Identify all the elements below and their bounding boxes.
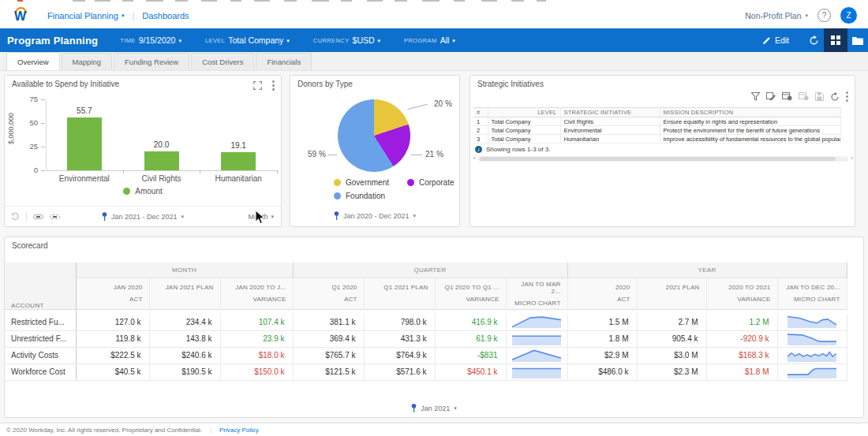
column-header[interactable]: JAN TO DEC 20...MICRO CHART [777,278,847,309]
column-header[interactable]: JAN TO MAR 2...MICRO CHART [506,278,567,309]
breadcrumb-dashboards[interactable]: Dashboards [142,11,189,20]
scrollbar-thumb[interactable] [480,157,836,161]
time-filter[interactable]: TIME 9/15/2020 ▾ [120,35,181,45]
account-label: Unrestricted F... [5,330,76,347]
column-header[interactable]: JAN 2021 PLAN [149,278,220,309]
bar-humanitarian[interactable] [221,152,256,170]
chevron-down-icon: ▾ [122,13,125,18]
group-header: QUARTER [293,263,567,278]
dashboards-grid-button[interactable] [824,28,847,52]
column-header[interactable]: # [473,108,488,117]
fullscreen-icon[interactable] [253,81,262,90]
column-header[interactable]: 2020ACT [567,278,637,309]
grid-icon [831,35,840,45]
value-cell: 369.4 k [293,330,364,347]
chevron-down-icon: ▾ [178,38,181,43]
bar-chart-panel: Available to Spend by Initiative $,000,0… [4,75,282,227]
column-header[interactable]: JAN 2020ACT [76,278,149,309]
x-category-label: Humanitarian [199,174,278,183]
workday-logo[interactable]: W [14,7,30,24]
table-row[interactable]: 1Total CompanyCivil RightsEnsure equalit… [473,117,841,126]
column-header[interactable]: 2021 PLAN [637,278,706,309]
page-footer: © 2020 Workday, Inc. All rights reserved… [0,423,868,436]
column-header[interactable]: STRATEGIC INITIATIVE [560,108,660,117]
pie-chart[interactable] [338,99,410,172]
time-selector[interactable]: Jan 2021 ▾ [5,404,863,412]
tab-financials[interactable]: Financials [256,53,312,70]
table-edit-icon[interactable] [766,92,776,101]
app-menu[interactable]: Financial Planning ▾ [47,11,124,20]
kebab-icon[interactable] [272,80,275,91]
scorecard-row[interactable]: Workforce Cost$40.5 k$190.5 k$150.0 k$12… [5,363,847,380]
avatar[interactable]: Z [840,7,857,24]
bar-value-label: 20.0 [138,140,185,149]
column-header[interactable]: MISSION DESCRIPTION [660,108,841,117]
x-axis-line [46,170,277,171]
currency-filter[interactable]: CURRENCY $USD ▾ [313,35,380,45]
time-range-selector[interactable]: Jan 2021 - Dec 2021 ▾ [5,212,281,221]
help-icon[interactable]: ? [817,9,831,22]
value-cell: $240.6 k [149,347,220,363]
value-cell: $450.1 k [435,363,506,380]
column-header[interactable]: Q1 2020ACT [293,278,364,309]
level-filter[interactable]: LEVEL Total Company ▾ [205,35,290,45]
scroll-left-icon[interactable]: ‹ [473,155,476,162]
table-remove-icon[interactable] [799,92,809,101]
bar-environmental[interactable] [67,117,102,170]
table-row[interactable]: 2Total CompanyEnvironmentalProtect the e… [473,126,841,135]
column-header[interactable]: Q1 2021 PLAN [364,278,435,309]
save-icon[interactable] [815,92,824,101]
tab-mapping[interactable]: Mapping [62,53,112,70]
panel-title: Strategic Initiatives [477,80,544,88]
scroll-right-icon[interactable]: › [851,155,853,162]
value-cell: $1.8 M [706,363,777,380]
account-label: Restricted Fu... [5,314,76,330]
folder-icon [852,35,863,45]
kebab-icon[interactable] [846,91,848,102]
filter-icon[interactable] [751,92,760,101]
scorecard-row[interactable]: Activity Costs$222.5 k$240.6 k$18.0 k$76… [5,347,847,363]
refresh-button[interactable] [803,28,824,52]
column-header[interactable]: Q1 2020 TO Q1 ...VARIANCE [435,278,506,309]
account-column-header[interactable]: ACCOUNT [5,263,76,309]
table-settings-icon[interactable] [782,92,792,101]
plan-selector[interactable]: Non-Profit Plan ▾ [745,11,808,20]
sparkline-chart [512,364,561,378]
chart-legend: Amount [5,187,281,196]
table-row[interactable]: 3Total CompanyHumanitarianImprove access… [473,135,841,143]
micro-chart-cell [506,347,567,363]
scorecard-row[interactable]: Restricted Fu...127.0 k234.4 k107.4 k381… [5,314,847,330]
refresh-icon[interactable] [830,92,840,102]
panel-title: Available to Spend by Initiative [12,80,119,88]
folder-button[interactable] [847,28,868,52]
tab-funding-review[interactable]: Funding Review [114,53,189,70]
privacy-policy-link[interactable]: Privacy Policy [219,427,259,434]
program-filter[interactable]: PROGRAM All ▾ [404,35,455,45]
value-cell: $190.5 k [149,363,220,380]
sparkline-chart [512,314,561,328]
app-window: W Financial Planning ▾ | Dashboards Non-… [0,0,868,436]
tab-overview[interactable]: Overview [6,52,60,70]
value-cell: 127.0 k [76,314,149,330]
time-range-selector[interactable]: Jan 2020 - Dec 2021 ▾ [290,211,459,220]
value-cell: $168.3 k [706,347,777,363]
value-cell: 61.9 k [435,330,506,347]
mouse-cursor [255,210,265,225]
scorecard-row[interactable]: Unrestricted F...119.8 k143.8 k23.9 k369… [5,330,847,347]
y-tick-label: 25 [17,142,38,151]
value-cell: -920.9 k [706,330,777,347]
scorecard-table: ACCOUNTMONTHQUARTERYEAR JAN 2020ACTJAN 2… [5,263,847,381]
tab-cost-drivers[interactable]: Cost Drivers [191,53,254,70]
edit-button[interactable]: Edit [762,35,789,45]
bar-value-label: 55.7 [61,106,108,115]
horizontal-scrollbar[interactable]: ‹ › [473,155,853,162]
column-header[interactable]: JAN 2020 TO J...VARIANCE [220,278,293,309]
column-header[interactable]: 2020 TO 2021VARIANCE [706,278,777,309]
micro-chart-cell [506,330,567,347]
value-cell: 798.0 k [364,314,435,330]
pin-icon [411,404,417,412]
chevron-down-icon: ▾ [805,13,808,18]
column-header[interactable]: LEVEL [488,108,560,117]
bar-civil rights[interactable] [144,151,179,170]
chevron-down-icon: ▾ [271,214,274,219]
